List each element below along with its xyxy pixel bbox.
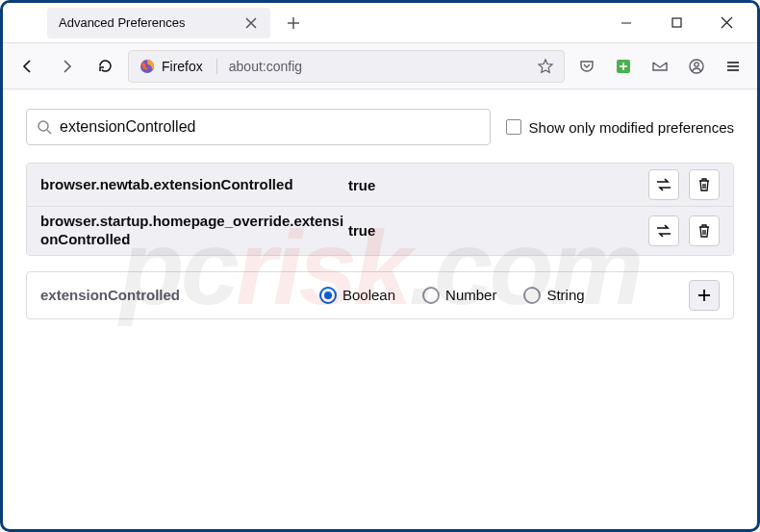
radio-boolean[interactable]: Boolean	[319, 287, 395, 304]
checkbox-label: Show only modified preferences	[529, 119, 734, 136]
maximize-button[interactable]	[663, 10, 690, 37]
browser-tab[interactable]: Advanced Preferences	[47, 8, 270, 38]
minimize-button[interactable]	[613, 10, 640, 37]
add-pref-row: extensionControlled Boolean Number Strin…	[26, 271, 734, 319]
svg-point-5	[38, 121, 48, 131]
menu-icon[interactable]	[719, 52, 747, 81]
search-icon	[37, 119, 52, 135]
new-tab-button[interactable]	[280, 10, 307, 37]
account-icon[interactable]	[682, 52, 711, 81]
identity-label: Firefox	[162, 59, 203, 74]
pref-value: true	[348, 177, 648, 193]
titlebar: Advanced Preferences	[3, 3, 757, 43]
radio-label: Boolean	[342, 287, 395, 303]
identity-box[interactable]: Firefox	[139, 58, 203, 75]
reload-button[interactable]	[89, 51, 120, 82]
radio-icon	[523, 287, 541, 304]
preferences-list: browser.newtab.extensionControlled true …	[26, 163, 734, 256]
firefox-logo-icon	[139, 58, 156, 75]
extension-icon[interactable]	[609, 52, 638, 81]
about-config-content: Show only modified preferences browser.n…	[3, 89, 757, 339]
svg-rect-0	[672, 18, 681, 27]
search-input[interactable]	[60, 118, 480, 136]
back-button[interactable]	[13, 51, 43, 82]
toggle-button[interactable]	[648, 169, 679, 200]
url-text: about:config	[216, 59, 302, 74]
delete-button[interactable]	[689, 215, 720, 246]
add-button[interactable]	[689, 280, 720, 311]
pocket-icon[interactable]	[572, 52, 601, 81]
show-modified-checkbox[interactable]: Show only modified preferences	[506, 119, 734, 136]
radio-icon	[422, 287, 440, 304]
type-radio-group: Boolean Number String	[319, 287, 679, 304]
pref-value: true	[348, 222, 648, 239]
delete-button[interactable]	[689, 169, 720, 200]
close-window-button[interactable]	[713, 10, 740, 37]
radio-label: Number	[445, 287, 496, 303]
nav-toolbar: Firefox about:config	[3, 43, 757, 89]
inbox-icon[interactable]	[646, 52, 674, 81]
pref-name: browser.newtab.extensionControlled	[40, 176, 348, 194]
bookmark-star-icon[interactable]	[537, 58, 554, 75]
radio-string[interactable]: String	[523, 287, 584, 304]
checkbox-icon	[506, 119, 521, 135]
add-pref-name: extensionControlled	[40, 287, 319, 303]
toggle-button[interactable]	[648, 215, 679, 246]
radio-label: String	[546, 287, 584, 303]
radio-number[interactable]: Number	[422, 287, 496, 304]
svg-point-4	[695, 62, 698, 65]
close-tab-icon[interactable]	[243, 15, 259, 31]
pref-row[interactable]: browser.newtab.extensionControlled true	[27, 164, 733, 207]
pref-row[interactable]: browser.startup.homepage_override.extens…	[27, 207, 733, 255]
forward-button[interactable]	[51, 51, 82, 82]
url-bar[interactable]: Firefox about:config	[128, 50, 565, 83]
radio-icon	[319, 287, 337, 304]
search-box[interactable]	[26, 109, 491, 145]
window-controls	[613, 10, 757, 37]
pref-name: browser.startup.homepage_override.extens…	[40, 213, 348, 249]
tab-title: Advanced Preferences	[59, 15, 186, 30]
